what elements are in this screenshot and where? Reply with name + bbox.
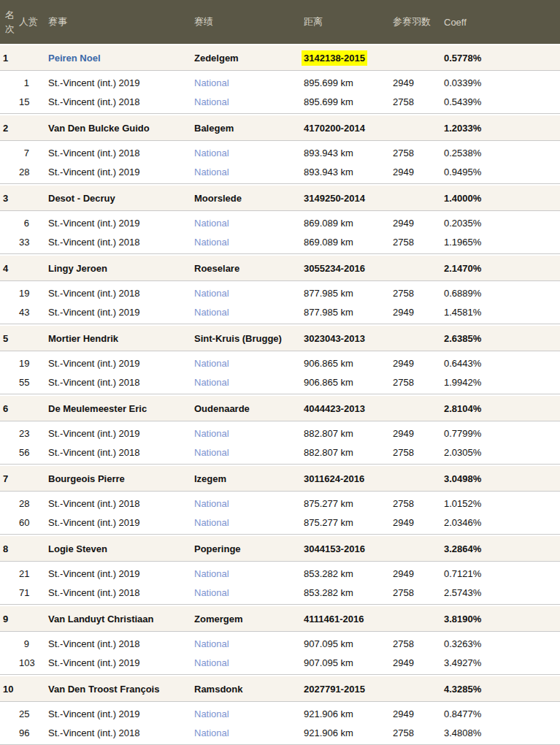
rank-cell: 8 bbox=[3, 543, 19, 554]
rank-cell: 2 bbox=[3, 123, 19, 134]
place-cell: 23 bbox=[19, 428, 45, 439]
fancier-summary-row: 6 De Meulemeester Eric Oudenaarde 404442… bbox=[0, 396, 560, 421]
national-result-link[interactable]: National bbox=[194, 148, 229, 158]
national-result-link[interactable]: National bbox=[194, 288, 229, 299]
result-row: 28 St.-Vincent (int.) 2019 National 893.… bbox=[0, 162, 560, 181]
result-row: 21 St.-Vincent (int.) 2019 National 853.… bbox=[0, 564, 560, 583]
fancier-name-link[interactable]: Peiren Noel bbox=[48, 53, 101, 64]
ring-number-cell: 3055234-2016 bbox=[304, 263, 365, 274]
ranking-group: 10 Van Den Troost François Ramsdonk 2027… bbox=[0, 676, 560, 745]
fancier-name-link[interactable]: Lingy Jeroen bbox=[48, 263, 107, 274]
group-coeff-cell: 1.2033% bbox=[441, 123, 560, 134]
distance-cell: 877.985 km bbox=[301, 288, 390, 299]
national-result-link[interactable]: National bbox=[194, 167, 229, 177]
birds-count-cell: 2758 bbox=[390, 447, 441, 458]
group-coeff-cell: 2.8104% bbox=[441, 403, 560, 414]
distance-cell: 875.277 km bbox=[301, 498, 390, 509]
group-coeff-cell: 3.2864% bbox=[441, 543, 560, 554]
ring-number-cell: 3149250-2014 bbox=[304, 193, 365, 204]
column-header-coeff: Coeff bbox=[441, 17, 560, 28]
national-result-link[interactable]: National bbox=[194, 77, 229, 88]
national-result-link[interactable]: National bbox=[194, 358, 229, 369]
place-cell: 19 bbox=[19, 288, 45, 299]
event-cell: St.-Vincent (int.) 2018 bbox=[45, 288, 191, 299]
birds-count-cell: 2949 bbox=[390, 167, 441, 177]
distance-cell: 893.943 km bbox=[301, 167, 390, 177]
ring-number-cell: 3011624-2016 bbox=[304, 473, 364, 484]
fancier-summary-row: 7 Bourgeois Pierre Izegem 3011624-2016 3… bbox=[0, 466, 560, 491]
result-coeff-cell: 1.0152% bbox=[441, 498, 560, 509]
national-result-link[interactable]: National bbox=[194, 428, 229, 439]
national-result-link[interactable]: National bbox=[194, 447, 229, 458]
national-result-link[interactable]: National bbox=[194, 237, 229, 248]
fancier-name-link[interactable]: De Meulemeester Eric bbox=[48, 403, 147, 414]
national-result-link[interactable]: National bbox=[194, 657, 229, 668]
national-result-link[interactable]: National bbox=[194, 517, 229, 528]
result-row: 7 St.-Vincent (int.) 2018 National 893.9… bbox=[0, 143, 560, 162]
city-cell: Izegem bbox=[191, 473, 301, 484]
national-result-link[interactable]: National bbox=[194, 638, 229, 649]
distance-cell: 907.095 km bbox=[301, 638, 390, 649]
national-result-link[interactable]: National bbox=[194, 377, 229, 388]
column-header-birds: 参赛羽数 bbox=[390, 15, 441, 28]
result-row: 15 St.-Vincent (int.) 2018 National 895.… bbox=[0, 92, 560, 111]
birds-count-cell: 2758 bbox=[390, 237, 441, 248]
birds-count-cell: 2758 bbox=[390, 96, 441, 107]
fancier-name-link[interactable]: Van Landuyt Christiaan bbox=[48, 614, 153, 624]
column-header-result: 赛绩 bbox=[191, 15, 301, 28]
fancier-name-link[interactable]: Van Den Troost François bbox=[48, 684, 159, 695]
place-cell: 56 bbox=[19, 447, 45, 458]
national-result-link[interactable]: National bbox=[194, 218, 229, 229]
birds-count-cell: 2758 bbox=[390, 727, 441, 738]
ranking-group: 2 Van Den Bulcke Guido Balegem 4170200-2… bbox=[0, 115, 560, 184]
result-row: 6 St.-Vincent (int.) 2019 National 869.0… bbox=[0, 213, 560, 232]
results-block: 28 St.-Vincent (int.) 2018 National 875.… bbox=[0, 491, 560, 535]
result-row: 9 St.-Vincent (int.) 2018 National 907.0… bbox=[0, 634, 560, 653]
result-row: 19 St.-Vincent (int.) 2018 National 877.… bbox=[0, 283, 560, 302]
fancier-name-link[interactable]: Desot - Decruy bbox=[48, 193, 115, 204]
fancier-name-link[interactable]: Bourgeois Pierre bbox=[48, 473, 125, 484]
place-cell: 103 bbox=[19, 657, 45, 668]
national-result-link[interactable]: National bbox=[194, 587, 229, 598]
fancier-name-link[interactable]: Logie Steven bbox=[48, 543, 107, 554]
event-cell: St.-Vincent (int.) 2019 bbox=[45, 428, 191, 439]
distance-cell: 869.089 km bbox=[301, 237, 390, 248]
national-result-link[interactable]: National bbox=[194, 307, 229, 318]
place-cell: 6 bbox=[19, 218, 45, 229]
distance-cell: 895.699 km bbox=[301, 96, 390, 107]
result-row: 60 St.-Vincent (int.) 2019 National 875.… bbox=[0, 513, 560, 532]
distance-cell: 921.906 km bbox=[301, 727, 390, 738]
place-cell: 55 bbox=[19, 377, 45, 388]
fancier-summary-row: 10 Van Den Troost François Ramsdonk 2027… bbox=[0, 676, 560, 701]
birds-count-cell: 2758 bbox=[390, 288, 441, 299]
event-cell: St.-Vincent (int.) 2019 bbox=[45, 77, 191, 88]
result-row: 103 St.-Vincent (int.) 2019 National 907… bbox=[0, 653, 560, 672]
place-cell: 96 bbox=[19, 727, 45, 738]
result-coeff-cell: 3.4927% bbox=[441, 657, 560, 668]
place-cell: 1 bbox=[19, 77, 45, 88]
national-result-link[interactable]: National bbox=[194, 96, 229, 107]
event-cell: St.-Vincent (int.) 2018 bbox=[45, 377, 191, 388]
event-cell: St.-Vincent (int.) 2018 bbox=[45, 498, 191, 509]
result-coeff-cell: 0.2538% bbox=[441, 148, 560, 158]
distance-cell: 875.277 km bbox=[301, 517, 390, 528]
result-coeff-cell: 1.4581% bbox=[441, 307, 560, 318]
national-result-link[interactable]: National bbox=[194, 708, 229, 719]
rank-cell: 9 bbox=[3, 614, 19, 624]
national-result-link[interactable]: National bbox=[194, 727, 229, 738]
table-header-row: 名次 人赏 赛事 赛绩 距离 参赛羽数 Coeff bbox=[0, 0, 560, 44]
column-header-event: 赛事 bbox=[45, 15, 191, 28]
ranking-group: 8 Logie Steven Poperinge 3044153-2016 3.… bbox=[0, 536, 560, 605]
result-row: 71 St.-Vincent (int.) 2018 National 853.… bbox=[0, 583, 560, 602]
fancier-name-link[interactable]: Van Den Bulcke Guido bbox=[48, 123, 150, 134]
result-coeff-cell: 0.7121% bbox=[441, 568, 560, 579]
place-cell: 15 bbox=[19, 96, 45, 107]
place-cell: 71 bbox=[19, 587, 45, 598]
rank-cell: 6 bbox=[3, 403, 19, 414]
fancier-name-link[interactable]: Mortier Hendrik bbox=[48, 333, 118, 344]
ranking-table: 名次 人赏 赛事 赛绩 距离 参赛羽数 Coeff 1 Peiren Noel … bbox=[0, 0, 560, 745]
group-coeff-cell: 2.6385% bbox=[441, 333, 560, 344]
national-result-link[interactable]: National bbox=[194, 568, 229, 579]
national-result-link[interactable]: National bbox=[194, 498, 229, 509]
results-block: 19 St.-Vincent (int.) 2019 National 906.… bbox=[0, 351, 560, 394]
